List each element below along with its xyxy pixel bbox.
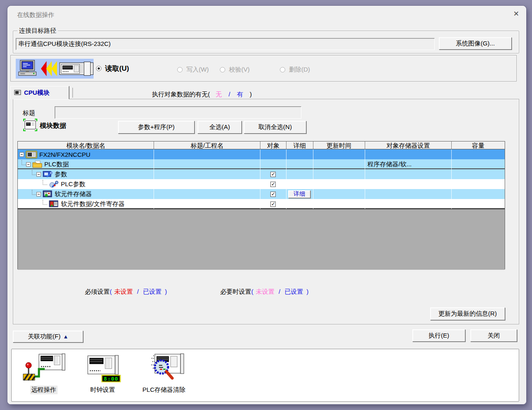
connection-path-field[interactable]: 串行通信CPU模块连接(RS-232C)	[16, 38, 435, 50]
close-icon[interactable]: ✕	[513, 10, 519, 18]
expander-icon[interactable]	[19, 152, 24, 157]
plc-module-icon	[59, 61, 94, 76]
plc-memory-clear-icon	[142, 353, 185, 383]
tree-connector	[43, 180, 47, 185]
expander-icon[interactable]	[36, 192, 41, 197]
tab-cpu-module-label: CPU模块	[24, 89, 50, 97]
module-data-icon	[23, 119, 37, 131]
shortcut-clock-setting[interactable]: 8:00 时钟设置	[76, 352, 130, 400]
shortcut-remote-operation[interactable]: 远程操作	[16, 352, 72, 400]
related-functions-panel: 远程操作 8:00 时钟设置	[11, 349, 519, 402]
title-input[interactable]	[55, 106, 301, 119]
tree-row-parameter[interactable]: 参数 ✓	[18, 169, 505, 179]
radio-read[interactable]: 读取(U)	[96, 63, 129, 74]
connection-path-value: 串行通信CPU模块连接(RS-232C)	[18, 40, 111, 48]
required-set: 已设置	[143, 288, 161, 295]
shortcut-plc-memory-clear[interactable]: PLC存储器清除	[131, 352, 197, 400]
execute-button[interactable]: 执行(E)	[412, 329, 465, 342]
tree-connector	[32, 170, 36, 175]
target-checkbox[interactable]: ✓	[270, 201, 276, 207]
computer-icon	[17, 60, 38, 78]
radio-verify: 校验(V)	[220, 64, 250, 75]
availability-legend: 执行对象数据的有无(无/有)	[152, 91, 252, 98]
optional-set: 已设置	[284, 288, 303, 295]
radio-verify-label: 校验(V)	[229, 66, 250, 74]
column-header-detail: 详细	[286, 141, 313, 149]
connection-path-group: 连接目标路径 串行通信CPU模块连接(RS-232C) 系统图像(G)...	[13, 31, 519, 53]
column-header-update-time: 更新时间	[313, 141, 365, 149]
tree-row-device-memory[interactable]: 软元件存储器 ✓ 详细	[18, 189, 505, 199]
param-program-button[interactable]: 参数+程序(P)	[118, 121, 195, 134]
memory-setting-value: 程序存储器/软...	[365, 161, 412, 168]
read-direction-arrows-icon	[41, 60, 58, 77]
deselect-all-button[interactable]: 取消全选(N)	[244, 121, 306, 134]
clock-display: 8:00	[101, 375, 120, 382]
target-checkbox[interactable]: ✓	[270, 182, 276, 187]
radio-delete: 删除(D)	[280, 64, 310, 75]
device-memory-icon	[43, 190, 53, 198]
column-header-memory-setting: 对象存储器设置	[365, 141, 452, 149]
radio-delete-label: 删除(D)	[289, 66, 310, 74]
radio-write-label: 写入(W)	[186, 66, 209, 74]
radio-verify-dot	[220, 67, 225, 72]
column-header-target: 对象	[260, 141, 286, 149]
module-data-label: 模块数据	[40, 122, 66, 130]
radio-write: 写入(W)	[177, 64, 209, 75]
column-header-module-name: 模块名/数据名	[18, 141, 154, 149]
system-image-button[interactable]: 系统图像(G)...	[439, 37, 512, 50]
radio-write-dot	[177, 67, 183, 72]
device-data-icon	[49, 200, 59, 208]
tab-cpu-module[interactable]: CPU模块	[10, 86, 69, 99]
cpu-icon	[26, 151, 37, 158]
optional-not-set: 未设置	[256, 288, 274, 295]
required-not-set: 未设置	[114, 288, 133, 295]
tree-connector	[43, 200, 47, 205]
shortcut-plc-memory-clear-label: PLC存储器清除	[141, 386, 187, 394]
tree-row-plc-parameter[interactable]: PLC参数 ✓	[18, 179, 505, 189]
transfer-direction-graphic	[16, 59, 94, 79]
tab-strip-divider	[72, 88, 73, 98]
shortcut-remote-operation-label: 远程操作	[30, 386, 58, 394]
radio-delete-dot	[280, 67, 285, 72]
close-button[interactable]: 关闭	[470, 329, 517, 342]
cpu-module-tab-icon	[14, 90, 22, 96]
module-data-table: 模块名/数据名 标题/工程名 对象 详细 更新时间 对象存储器设置 容量	[17, 141, 505, 269]
online-data-operation-dialog: 在线数据操作 ✕ 连接目标路径 串行通信CPU模块连接(RS-232C) 系统图…	[7, 6, 526, 404]
optional-setting-legend: 必要时设置(未设置/已设置)	[220, 288, 308, 296]
tree-connector	[32, 190, 36, 195]
cpu-module-tab-panel: 标题 模块数据 参数+程序(P) 全选(A) 取消全选(N) 模块名/数据名 标…	[13, 99, 519, 324]
availability-legend-label: 执行对象数据的有无(	[152, 91, 210, 98]
triangle-up-icon: ▲	[63, 333, 68, 340]
radio-read-label: 读取(U)	[105, 64, 129, 73]
folder-icon	[32, 161, 42, 168]
transfer-mode-panel: 读取(U) 写入(W) 校验(V) 删除(D)	[10, 55, 517, 82]
refresh-button[interactable]: 更新为最新的信息(R)	[430, 307, 505, 320]
title-label: 标题	[23, 109, 35, 117]
expander-icon[interactable]	[26, 162, 31, 167]
detail-button[interactable]: 详细	[288, 190, 311, 198]
tree-connector	[22, 160, 26, 165]
tree-row-device-data-file-register[interactable]: 软元件数据/文件寄存器 ✓	[18, 199, 505, 209]
availability-exist: 有	[237, 91, 243, 98]
plc-parameter-icon	[49, 180, 59, 188]
related-functions-button[interactable]: 关联功能(F) ▲	[13, 331, 83, 343]
parameter-icon	[43, 170, 53, 178]
select-all-button[interactable]: 全选(A)	[197, 121, 242, 134]
shortcut-clock-setting-label: 时钟设置	[89, 386, 116, 394]
remote-operation-icon	[22, 353, 65, 383]
column-header-title-project: 标题/工程名	[154, 141, 260, 149]
desktop-background: 在线数据操作 ✕ 连接目标路径 串行通信CPU模块连接(RS-232C) 系统图…	[0, 0, 532, 410]
target-checkbox[interactable]: ✓	[270, 172, 276, 177]
required-setting-legend: 必须设置(未设置/已设置)	[85, 288, 167, 296]
target-checkbox[interactable]: ✓	[270, 192, 276, 197]
table-empty-area	[18, 209, 505, 270]
tree-row-plc-data[interactable]: PLC数据 程序存储器/软...	[18, 159, 505, 169]
connection-path-group-label: 连接目标路径	[17, 27, 58, 35]
tree-row-fx2n-cpu[interactable]: FX2N/FX2NCCPU	[18, 149, 505, 159]
expander-icon[interactable]	[36, 172, 41, 177]
availability-none: 无	[216, 91, 222, 98]
dialog-title: 在线数据操作	[17, 11, 54, 19]
table-header-row: 模块名/数据名 标题/工程名 对象 详细 更新时间 对象存储器设置 容量	[18, 141, 505, 149]
radio-read-dot	[96, 66, 101, 71]
column-header-capacity: 容量	[452, 141, 505, 149]
